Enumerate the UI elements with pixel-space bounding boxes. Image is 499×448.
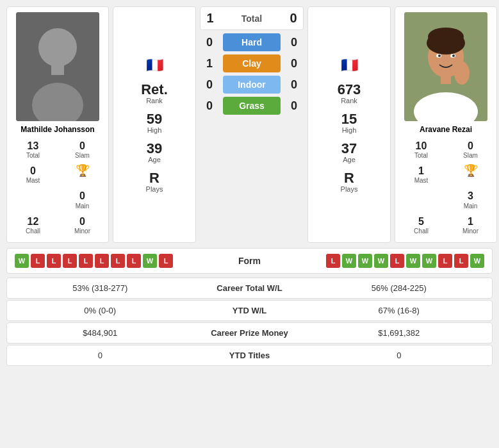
stats-right-2: $1,691,382 xyxy=(314,328,485,338)
indoor-row: 0 Indoor 0 xyxy=(200,76,304,94)
player2-name: Aravane Rezai xyxy=(420,125,472,134)
rank-value: Ret. xyxy=(141,83,168,97)
stats-center-0: Career Total W/L xyxy=(186,283,314,293)
clay-badge: Clay xyxy=(223,54,281,72)
player2-main-cell: 3 Main xyxy=(448,188,493,212)
stats-row-1: 0% (0-0)YTD W/L67% (16-8) xyxy=(6,300,493,321)
stats-rows: 53% (318-277)Career Total W/L56% (284-22… xyxy=(6,278,493,366)
stats-center-3: YTD Titles xyxy=(186,351,314,360)
svg-point-14 xyxy=(454,62,470,85)
stats-left-2: $484,901 xyxy=(15,328,186,338)
player2-total-label: Total xyxy=(414,152,428,160)
player1-photo xyxy=(16,12,99,121)
grass-badge: Grass xyxy=(223,97,281,115)
player1-slam-cell: 0 Slam xyxy=(60,138,104,162)
age2-label: Age xyxy=(343,156,356,163)
player2-chall-label: Chall xyxy=(414,228,429,235)
hard-left-score: 0 xyxy=(200,36,219,49)
clay-right-score: 0 xyxy=(284,57,304,71)
player1-mast-label: Mast xyxy=(26,177,40,185)
player2-slam-cell: 0 Slam xyxy=(448,138,493,162)
player2-photo xyxy=(404,12,487,121)
plays-label: Plays xyxy=(146,185,163,193)
form-badge-p2: W xyxy=(374,254,388,268)
age-label: Age xyxy=(148,156,161,163)
player1-total-value: 13 xyxy=(28,140,39,152)
age-stat: 39 Age xyxy=(147,142,162,163)
player1-main-label: Main xyxy=(76,203,90,210)
plays2-value: R xyxy=(344,171,354,185)
stats-left-0: 53% (318-277) xyxy=(15,283,186,293)
player1-minor-label: Minor xyxy=(74,228,90,235)
stats-row-2: $484,901Career Prize Money$1,691,382 xyxy=(6,322,493,344)
player2-slam-value: 0 xyxy=(468,140,473,152)
total-right-score: 0 xyxy=(284,11,303,26)
rank2-stat: 673 Rank xyxy=(338,83,361,104)
rank2-value: 673 xyxy=(338,83,361,97)
player2-main-value: 3 xyxy=(468,190,473,202)
form-section: WLLLLLLLWL Form LWWWLWWLLW xyxy=(6,248,493,274)
svg-point-9 xyxy=(428,28,464,46)
player1-minor-cell: 0 Minor xyxy=(60,213,104,237)
player2-card: Aravane Rezai 10 Total 0 Slam 1 Mast 🏆 xyxy=(395,6,497,243)
age2-stat: 37 Age xyxy=(341,142,357,163)
player2-total-value: 10 xyxy=(416,140,427,152)
player2-minor-cell: 1 Minor xyxy=(448,213,493,237)
form-badge-p2: W xyxy=(342,254,356,268)
form-badge-p1: L xyxy=(159,254,173,268)
courts-section: 1 Total 0 0 Hard 0 1 Clay 0 0 Indoor xyxy=(200,6,304,243)
player2-form-badges: LWWWLWWLLW xyxy=(282,254,485,268)
stats-row-3: 0YTD Titles0 xyxy=(6,345,493,366)
player1-slam-label: Slam xyxy=(75,152,90,160)
player2-total-cell: 10 Total xyxy=(399,138,443,162)
clay-left-score: 1 xyxy=(200,57,219,71)
top-section: Mathilde Johansson 13 Total 0 Slam 0 Mas… xyxy=(6,6,493,243)
age2-value: 37 xyxy=(341,142,357,156)
player1-chall-cell: 12 Chall xyxy=(11,213,55,237)
high2-stat: 15 High xyxy=(341,112,357,134)
stats-left-3: 0 xyxy=(15,351,186,360)
player2-mast-label: Mast xyxy=(414,177,429,185)
player1-card: Mathilde Johansson 13 Total 0 Slam 0 Mas… xyxy=(6,6,109,243)
player1-stats: 13 Total 0 Slam 0 Mast 🏆 0 Main xyxy=(11,138,104,237)
plays2-stat: R Plays xyxy=(341,171,358,193)
player2-slam-label: Slam xyxy=(463,152,478,160)
middle-panel: 🇫🇷 Ret. Rank 59 High 39 Age R Plays xyxy=(113,6,196,243)
form-badge-p1: W xyxy=(15,254,29,268)
player1-mast-value: 0 xyxy=(30,165,36,177)
player1-slam-value: 0 xyxy=(79,140,85,152)
player1-mast-cell: 0 Mast xyxy=(11,163,55,187)
svg-point-13 xyxy=(452,54,455,57)
rank-stat: Ret. Rank xyxy=(141,83,168,104)
form-badge-p1: L xyxy=(79,254,93,268)
trophy-icon-1: 🏆 xyxy=(76,165,90,176)
player2-stats: 10 Total 0 Slam 1 Mast 🏆 3 Main xyxy=(399,138,493,237)
total-label: Total xyxy=(226,13,277,24)
player2-chall-value: 5 xyxy=(418,215,424,228)
high2-label: High xyxy=(342,126,357,134)
player2-minor-value: 1 xyxy=(468,215,473,228)
player1-chall-label: Chall xyxy=(26,228,40,235)
plays-stat: R Plays xyxy=(146,171,163,193)
player1-chall-value: 12 xyxy=(28,215,39,228)
form-badge-p1: L xyxy=(127,254,141,268)
form-badge-p2: W xyxy=(406,254,420,268)
indoor-badge: Indoor xyxy=(223,76,281,94)
high2-value: 15 xyxy=(341,112,357,126)
player2-mast-value: 1 xyxy=(418,165,424,177)
form-badge-p1: L xyxy=(63,254,77,268)
hard-row: 0 Hard 0 xyxy=(200,33,304,51)
form-badge-p1: W xyxy=(143,254,157,268)
trophy-icon-2: 🏆 xyxy=(464,165,478,176)
form-badge-p2: W xyxy=(358,254,372,268)
indoor-right-score: 0 xyxy=(284,78,304,92)
hard-badge: Hard xyxy=(223,33,281,51)
stats-center-1: YTD W/L xyxy=(186,306,314,315)
player2-main-label: Main xyxy=(464,203,478,210)
stats-right-1: 67% (16-8) xyxy=(314,306,485,315)
form-badge-p2: L xyxy=(326,254,340,268)
plays2-label: Plays xyxy=(341,185,358,193)
rank-label: Rank xyxy=(146,97,163,104)
player1-total-label: Total xyxy=(26,152,40,160)
player2-chall-cell: 5 Chall xyxy=(399,213,443,237)
